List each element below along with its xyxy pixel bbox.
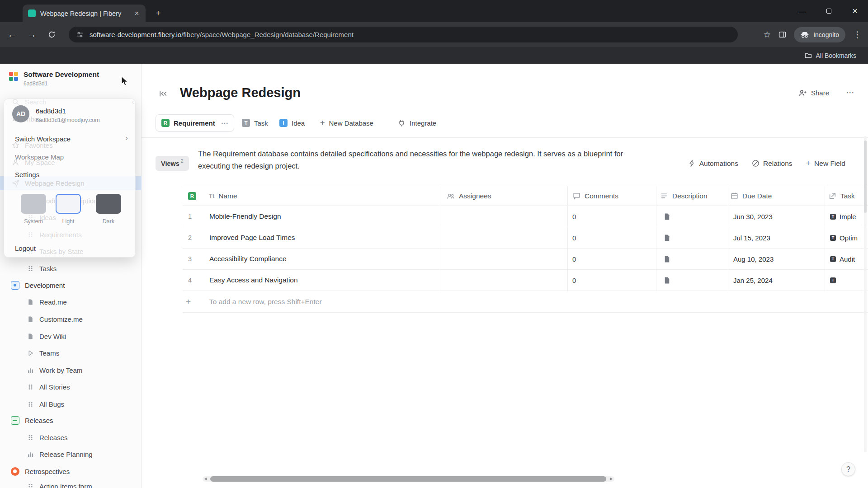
cell-name[interactable]: Mobile-Friendly Design bbox=[209, 206, 281, 227]
table-row[interactable]: 2 Improved Page Load Times 0 Jul 15, 202… bbox=[183, 227, 868, 249]
column-header-task[interactable]: Task bbox=[829, 186, 855, 206]
help-button[interactable]: ? bbox=[841, 462, 855, 476]
theme-option-light[interactable] bbox=[56, 194, 81, 214]
scrollbar-thumb[interactable] bbox=[210, 476, 606, 482]
task-link[interactable]: Audit bbox=[840, 255, 855, 263]
task-type-icon: T bbox=[830, 277, 836, 283]
collapse-sidebar-button[interactable] bbox=[156, 87, 169, 100]
cell-due-date[interactable]: Jul 15, 2023 bbox=[733, 227, 770, 248]
maximize-button[interactable] bbox=[816, 0, 842, 22]
horizontal-scrollbar[interactable] bbox=[203, 476, 614, 482]
bookmark-star-icon[interactable]: ☆ bbox=[763, 29, 771, 40]
cell-due-date[interactable]: Jun 30, 2023 bbox=[733, 206, 773, 227]
address-bar[interactable]: software-development.fibery.io/fibery/sp… bbox=[69, 27, 738, 42]
cell-comments[interactable]: 0 bbox=[572, 206, 576, 227]
page-more-icon[interactable]: ⋯ bbox=[846, 87, 854, 98]
tab-task[interactable]: T Task bbox=[242, 114, 268, 131]
sidebar-item-work-by-team[interactable]: Work by Team bbox=[27, 363, 82, 377]
task-link[interactable]: Optim bbox=[840, 234, 858, 242]
sidebar-item-teams[interactable]: Teams bbox=[27, 346, 59, 360]
sidebar-item-releases[interactable]: Releases bbox=[27, 430, 68, 445]
tab-idea[interactable]: I Idea bbox=[279, 114, 305, 131]
close-button[interactable]: × bbox=[842, 0, 868, 22]
cell-due-date[interactable]: Jan 25, 2024 bbox=[733, 270, 773, 291]
cell-task[interactable]: TImple bbox=[830, 206, 868, 227]
sidebar-item-dev-wiki[interactable]: Dev Wiki bbox=[27, 329, 66, 343]
new-field-button[interactable]: + New Field bbox=[806, 159, 845, 168]
sidebar-item-all-stories[interactable]: All Stories bbox=[27, 380, 70, 394]
cell-description[interactable] bbox=[663, 227, 671, 248]
bookmarks-bar: All Bookmarks bbox=[0, 47, 868, 64]
tab-requirement[interactable]: R Requirement ⋯ bbox=[156, 114, 234, 131]
table-row[interactable]: 3 Accessibility Compliance 0 Aug 10, 202… bbox=[183, 249, 868, 270]
integrate-button[interactable]: Integrate bbox=[398, 114, 436, 131]
theme-option-dark[interactable] bbox=[96, 194, 121, 214]
cell-description[interactable] bbox=[663, 270, 671, 291]
sidebar-item-read-me[interactable]: Read.me bbox=[27, 295, 67, 309]
all-bookmarks-button[interactable]: All Bookmarks bbox=[816, 52, 856, 59]
workspace-name[interactable]: Software Development bbox=[24, 70, 99, 79]
add-row-plus-icon[interactable]: + bbox=[186, 291, 191, 312]
browser-tab[interactable]: Webpage Redesign | Fibery × bbox=[23, 5, 146, 22]
sidebar-item-release-planning[interactable]: Release Planning bbox=[27, 447, 93, 461]
minimize-button[interactable]: — bbox=[789, 0, 816, 22]
automations-button[interactable]: Automations bbox=[688, 160, 738, 168]
sidebar-item-action-items-form[interactable]: Action Items form bbox=[27, 479, 92, 488]
menu-item-workspace-map[interactable]: Workspace Map bbox=[15, 151, 64, 162]
scrollbar-thumb[interactable] bbox=[864, 141, 867, 213]
share-button[interactable]: Share bbox=[798, 89, 829, 97]
column-header-due-date[interactable]: Due Date bbox=[731, 186, 772, 206]
table-row[interactable]: 1 Mobile-Friendly Design 0 Jun 30, 2023 … bbox=[183, 206, 868, 227]
cell-task[interactable]: TOptim bbox=[830, 227, 868, 248]
side-panel-icon[interactable] bbox=[778, 31, 786, 38]
cell-task[interactable]: T bbox=[830, 270, 868, 291]
menu-item-settings[interactable]: Settings bbox=[15, 169, 39, 180]
new-tab-button[interactable]: + bbox=[152, 7, 165, 19]
tab-menu-icon[interactable]: ⋯ bbox=[221, 119, 228, 127]
menu-item-switch-workspace[interactable]: Switch Workspace bbox=[15, 133, 71, 144]
back-button[interactable]: ← bbox=[5, 27, 19, 42]
sidebar-space-retrospectives[interactable]: Retrospectives bbox=[11, 464, 70, 479]
cell-name[interactable]: Accessibility Compliance bbox=[209, 249, 287, 269]
maximize-icon bbox=[826, 9, 831, 14]
sidebar-item-customize-me[interactable]: Customize.me bbox=[27, 312, 83, 326]
tab-close-icon[interactable]: × bbox=[132, 8, 142, 19]
grid-icon bbox=[27, 384, 34, 390]
sidebar-space-releases[interactable]: Releases bbox=[11, 413, 53, 427]
sidebar-space-development[interactable]: Development bbox=[11, 278, 65, 292]
forward-button[interactable]: → bbox=[24, 27, 39, 42]
reload-button[interactable] bbox=[44, 27, 59, 42]
table-row[interactable]: 4 Easy Access and Navigation 0 Jan 25, 2… bbox=[183, 270, 868, 291]
add-row[interactable]: + To add a new row, press Shift+Enter bbox=[183, 291, 868, 313]
column-header-assignees[interactable]: Assignees bbox=[447, 186, 491, 206]
cell-description[interactable] bbox=[663, 206, 671, 227]
document-icon bbox=[27, 316, 34, 323]
scroll-left-icon[interactable] bbox=[204, 478, 207, 480]
cell-comments[interactable]: 0 bbox=[572, 249, 576, 269]
tab-label: Requirement bbox=[174, 119, 215, 127]
cell-description[interactable] bbox=[663, 249, 671, 269]
views-button[interactable]: Views 2 bbox=[156, 156, 189, 171]
cell-due-date[interactable]: Aug 10, 2023 bbox=[733, 249, 774, 269]
new-database-button[interactable]: + New Database bbox=[320, 114, 373, 131]
vertical-scrollbar[interactable] bbox=[864, 136, 867, 452]
task-link[interactable]: Imple bbox=[840, 213, 856, 221]
cell-name[interactable]: Improved Page Load Times bbox=[209, 227, 295, 248]
sidebar-item-tasks[interactable]: Tasks bbox=[27, 261, 57, 276]
cell-comments[interactable]: 0 bbox=[572, 270, 576, 291]
browser-menu-icon[interactable]: ⋮ bbox=[853, 29, 862, 40]
cell-comments[interactable]: 0 bbox=[572, 227, 576, 248]
cell-task[interactable]: TAudit bbox=[830, 249, 868, 269]
column-header-comments[interactable]: Comments bbox=[573, 186, 618, 206]
column-header-name[interactable]: Tt Name bbox=[209, 186, 237, 206]
relations-button[interactable]: Relations bbox=[752, 160, 793, 168]
theme-option-system[interactable] bbox=[21, 194, 46, 214]
lightning-icon bbox=[688, 160, 696, 167]
sidebar-item-all-bugs[interactable]: All Bugs bbox=[27, 397, 64, 411]
column-header-description[interactable]: Description bbox=[660, 186, 708, 206]
cell-name[interactable]: Easy Access and Navigation bbox=[209, 270, 298, 291]
database-actions: Automations Relations + New Field bbox=[688, 156, 845, 171]
menu-item-logout[interactable]: Logout bbox=[15, 243, 36, 253]
text-lines-icon bbox=[660, 192, 668, 200]
scroll-right-icon[interactable] bbox=[610, 478, 613, 480]
